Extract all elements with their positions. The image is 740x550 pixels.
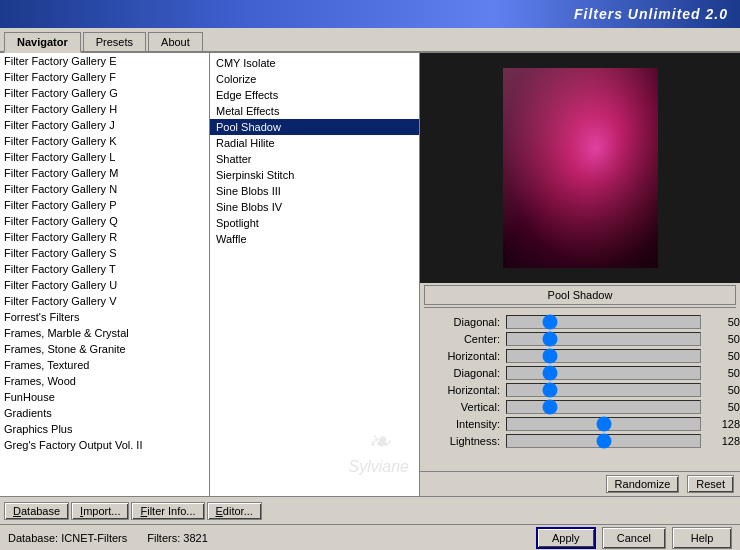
param-row: Lightness:128 [420,434,740,448]
import-button[interactable]: Import... [71,502,129,520]
filter-option-item[interactable]: Radial Hilite [210,135,419,151]
filter-info-button[interactable]: Filter Info... [131,502,204,520]
status-bar: Database: ICNET-Filters Filters: 3821 Ap… [0,524,740,550]
preview-area [420,53,740,283]
filter-category-item[interactable]: Greg's Factory Output Vol. II [0,437,209,453]
filter-option-item[interactable]: Waffle [210,231,419,247]
filter-option-item[interactable]: Sine Blobs IV [210,199,419,215]
tab-navigator[interactable]: Navigator [4,32,81,53]
filter-name-bar: Pool Shadow [424,285,736,305]
param-label: Lightness: [420,435,500,447]
param-value: 128 [705,435,740,447]
param-row: Center:50 [420,332,740,346]
apply-button[interactable]: Apply [536,527,596,549]
param-label: Intensity: [420,418,500,430]
filter-category-item[interactable]: Filter Factory Gallery N [0,181,209,197]
filter-category-item[interactable]: Filter Factory Gallery G [0,85,209,101]
filter-category-item[interactable]: Filter Factory Gallery M [0,165,209,181]
filter-category-item[interactable]: Filter Factory Gallery R [0,229,209,245]
filter-category-item[interactable]: Frames, Wood [0,373,209,389]
param-label: Center: [420,333,500,345]
title-bar-text: Filters Unlimited 2.0 [574,6,728,22]
param-label: Diagonal: [420,316,500,328]
filter-options-panel: CMY IsolateColorizeEdge EffectsMetal Eff… [210,53,420,496]
randomize-button[interactable]: Randomize [606,475,680,493]
reset-button[interactable]: Reset [687,475,734,493]
filter-option-item[interactable]: Spotlight [210,215,419,231]
filter-category-item[interactable]: Filter Factory Gallery V [0,293,209,309]
cancel-button[interactable]: Cancel [602,527,666,549]
tab-presets[interactable]: Presets [83,32,146,51]
filter-category-item[interactable]: FunHouse [0,389,209,405]
database-button[interactable]: Database [4,502,69,520]
filter-category-item[interactable]: Filter Factory Gallery E [0,53,209,69]
filter-category-list: Filter Factory Gallery EFilter Factory G… [0,53,209,496]
param-row: Diagonal:50 [420,315,740,329]
filter-category-item[interactable]: Filter Factory Gallery T [0,261,209,277]
status-filters: Filters: 3821 [147,532,208,544]
param-slider[interactable] [506,349,701,363]
right-params-toolbar: Randomize Reset [420,471,740,496]
param-row: Horizontal:50 [420,383,740,397]
filter-category-item[interactable]: Filter Factory Gallery P [0,197,209,213]
param-value: 128 [705,418,740,430]
status-database: Database: ICNET-Filters [8,532,127,544]
param-slider[interactable] [506,383,701,397]
database-label: D [13,505,21,517]
param-slider[interactable] [506,417,701,431]
filter-category-item[interactable]: Filter Factory Gallery H [0,101,209,117]
filter-category-item[interactable]: Frames, Textured [0,357,209,373]
filter-category-item[interactable]: Gradients [0,405,209,421]
filter-option-item[interactable]: Pool Shadow [210,119,419,135]
filter-category-item[interactable]: Graphics Plus [0,421,209,437]
param-slider[interactable] [506,366,701,380]
filter-category-item[interactable]: Frames, Stone & Granite [0,341,209,357]
param-slider[interactable] [506,332,701,346]
filter-option-item[interactable]: Sine Blobs III [210,183,419,199]
filter-category-item[interactable]: Filter Factory Gallery Q [0,213,209,229]
help-button[interactable]: Help [672,527,732,549]
filter-option-item[interactable]: Colorize [210,71,419,87]
param-row: Vertical:50 [420,400,740,414]
param-slider[interactable] [506,434,701,448]
param-value: 50 [705,333,740,345]
param-value: 50 [705,401,740,413]
filter-option-item[interactable]: Metal Effects [210,103,419,119]
param-label: Vertical: [420,401,500,413]
filter-category-item[interactable]: Filter Factory Gallery K [0,133,209,149]
filter-option-item[interactable]: Sierpinski Stitch [210,167,419,183]
filter-options-list: CMY IsolateColorizeEdge EffectsMetal Eff… [210,53,419,496]
param-row: Horizontal:50 [420,349,740,363]
filter-option-item[interactable]: Shatter [210,151,419,167]
filter-category-item[interactable]: Filter Factory Gallery U [0,277,209,293]
param-slider[interactable] [506,400,701,414]
editor-underline: E [216,505,223,517]
filter-category-item[interactable]: Filter Factory Gallery S [0,245,209,261]
param-label: Horizontal: [420,350,500,362]
param-value: 50 [705,367,740,379]
filter-category-item[interactable]: Filter Factory Gallery L [0,149,209,165]
param-label: Diagonal: [420,367,500,379]
tabs-bar: Navigator Presets About [0,28,740,53]
param-value: 50 [705,316,740,328]
filter-category-item[interactable]: Filter Factory Gallery J [0,117,209,133]
bottom-toolbar: Database Import... Filter Info... Editor… [0,496,740,524]
preview-image [503,68,658,268]
filter-category-item[interactable]: Forrest's Filters [0,309,209,325]
editor-button[interactable]: Editor... [207,502,262,520]
filter-category-item[interactable]: Frames, Marble & Crystal [0,325,209,341]
title-bar: Filters Unlimited 2.0 [0,0,740,28]
content-area: Filter Factory Gallery EFilter Factory G… [0,53,740,496]
action-buttons: Apply Cancel Help [536,527,732,549]
filter-option-item[interactable]: CMY Isolate [210,55,419,71]
right-panel: Pool Shadow Diagonal:50Center:50Horizont… [420,53,740,496]
filter-option-item[interactable]: Edge Effects [210,87,419,103]
filter-category-panel: Filter Factory Gallery EFilter Factory G… [0,53,210,496]
param-slider[interactable] [506,315,701,329]
main-container: Navigator Presets About Filter Factory G… [0,28,740,550]
filter-category-item[interactable]: Filter Factory Gallery F [0,69,209,85]
param-label: Horizontal: [420,384,500,396]
tab-about[interactable]: About [148,32,203,51]
param-row: Diagonal:50 [420,366,740,380]
param-value: 50 [705,384,740,396]
